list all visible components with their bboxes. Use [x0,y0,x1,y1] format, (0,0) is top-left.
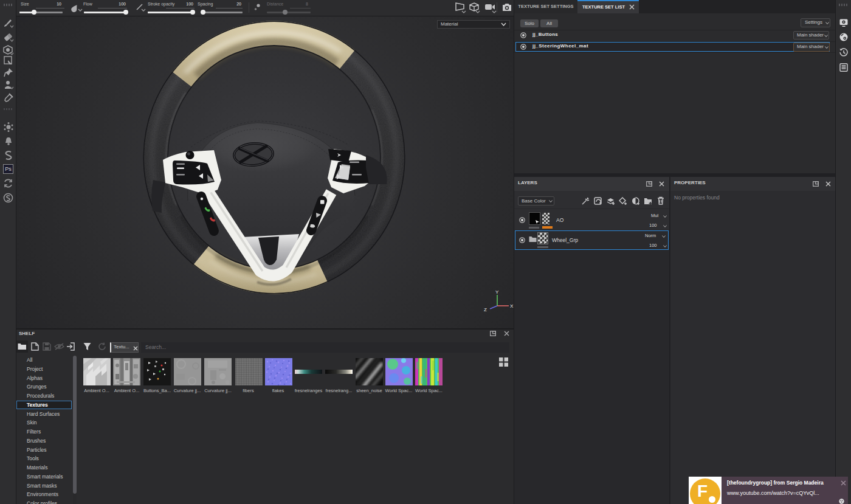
svg-text:Y: Y [495,289,499,295]
svg-text:Z: Z [484,307,487,312]
